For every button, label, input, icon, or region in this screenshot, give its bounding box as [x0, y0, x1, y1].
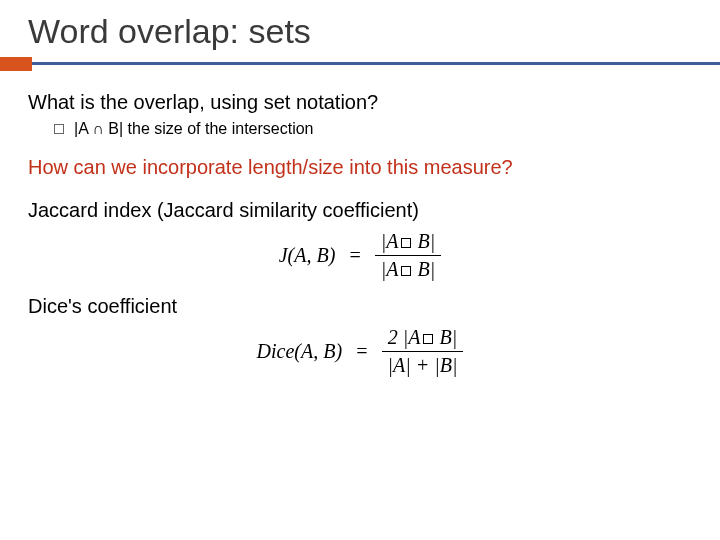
equals-sign: = [340, 244, 370, 267]
jaccard-denominator: |A B| [375, 256, 441, 281]
box-icon [401, 238, 411, 248]
divider-line [32, 62, 720, 65]
jaccard-numerator: |A B| [375, 230, 441, 256]
dice-denominator: |A| + |B| [382, 352, 464, 377]
box-icon [423, 334, 433, 344]
intersection-icon: ∩ [92, 120, 104, 137]
accent-box [0, 57, 32, 71]
label-jaccard: Jaccard index (Jaccard similarity coeffi… [28, 199, 692, 222]
square-bullet-icon [54, 124, 64, 134]
bullet-row: |A ∩ B| the size of the intersection [54, 120, 692, 138]
label-dice: Dice's coefficient [28, 295, 692, 318]
equals-sign: = [347, 340, 377, 363]
box-icon [401, 266, 411, 276]
jaccard-fraction: |A B| |A B| [375, 230, 441, 281]
slide-title: Word overlap: sets [28, 12, 692, 51]
num-post: B| [435, 326, 458, 348]
dice-lhs: Dice(A, B) [257, 340, 343, 363]
jaccard-lhs: J(A, B) [279, 244, 336, 267]
question-overlap: What is the overlap, using set notation? [28, 91, 692, 114]
slide: Word overlap: sets What is the overlap, … [0, 0, 720, 540]
den-pre: |A [381, 258, 399, 280]
bullet-abs-open: |A [74, 120, 92, 137]
den-post: B| [413, 258, 436, 280]
question-incorporate: How can we incorporate length/size into … [28, 156, 692, 179]
formula-dice: Dice(A, B) = 2 |A B| |A| + |B| [28, 326, 692, 377]
dice-fraction: 2 |A B| |A| + |B| [382, 326, 464, 377]
formula-jaccard: J(A, B) = |A B| |A B| [28, 230, 692, 281]
bullet-text: |A ∩ B| the size of the intersection [74, 120, 314, 138]
spacer [28, 185, 692, 199]
num-pre: |A [381, 230, 399, 252]
dice-numerator: 2 |A B| [382, 326, 464, 352]
num-post: B| [413, 230, 436, 252]
bullet-rest: B| the size of the intersection [104, 120, 314, 137]
num-pre: 2 |A [388, 326, 421, 348]
title-rule [0, 57, 720, 71]
